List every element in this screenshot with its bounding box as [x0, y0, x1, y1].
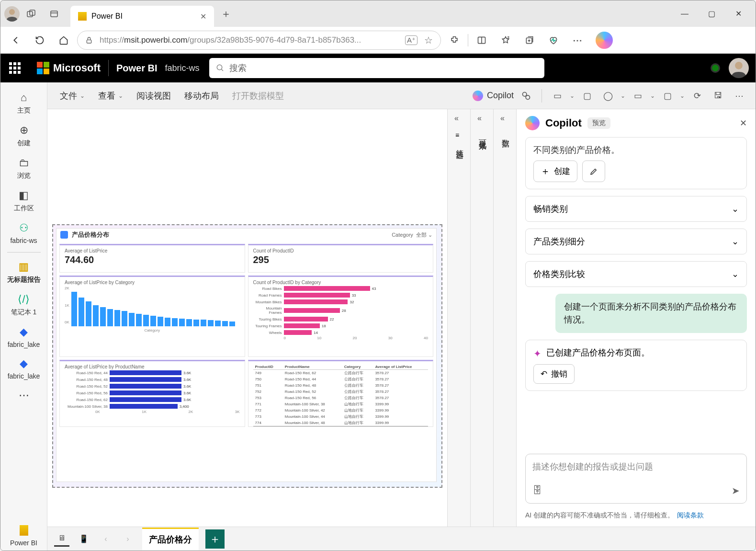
nav-more[interactable]: ⋯: [2, 385, 45, 406]
explore-icon[interactable]: [518, 87, 535, 104]
visualizations-label: 可视化效果: [477, 133, 487, 138]
data-label: 数据: [500, 133, 510, 135]
report-page-icon: [60, 231, 68, 239]
split-screen-icon[interactable]: [471, 30, 492, 51]
workspaces-icon[interactable]: [20, 4, 43, 23]
kpi-avg-listprice[interactable]: Average of ListPrice 744.60: [59, 244, 245, 273]
url-input[interactable]: https://msit.powerbi.com/groups/32a98b35…: [77, 31, 441, 50]
save-icon[interactable]: 🖫: [710, 87, 727, 104]
tb-mobile-layout[interactable]: 移动布局: [180, 87, 224, 104]
presence-indicator[interactable]: [711, 63, 720, 73]
tab-actions-icon[interactable]: [43, 4, 66, 23]
user-message: 创建一个页面来分析不同类别的产品价格分布情况。: [555, 294, 747, 333]
shapes-icon[interactable]: ▢: [578, 87, 596, 104]
tb-reading-view[interactable]: 阅读视图: [132, 87, 176, 104]
app-launcher-icon[interactable]: [7, 60, 23, 76]
nav-lake1[interactable]: ◆fabric_lake: [2, 321, 45, 352]
favorite-icon[interactable]: ☆: [424, 34, 433, 46]
page-tab-1[interactable]: 产品价格分: [142, 528, 199, 550]
home-button[interactable]: [53, 30, 74, 51]
favorites-icon[interactable]: [495, 30, 516, 51]
chart-avg-by-category[interactable]: Average of ListPrice by Category 2K1K0K …: [59, 276, 245, 357]
reader-mode-icon[interactable]: A⁺: [405, 35, 417, 45]
close-copilot-button[interactable]: ✕: [740, 118, 747, 128]
extensions-icon[interactable]: [444, 30, 465, 51]
window-controls: ― ▢ ✕: [671, 4, 752, 23]
nav-browse[interactable]: 🗀浏览: [2, 152, 45, 184]
close-tab-icon[interactable]: ✕: [200, 12, 206, 21]
user-avatar[interactable]: [729, 58, 749, 78]
image-icon[interactable]: ▢: [659, 87, 676, 104]
chart-avg-by-productname[interactable]: Average of ListPrice by ProductName Road…: [59, 360, 245, 427]
next-page-icon[interactable]: ›: [120, 531, 135, 547]
back-button[interactable]: [5, 30, 26, 51]
prev-page-icon[interactable]: ‹: [98, 531, 113, 547]
browser-tab[interactable]: Power BI ✕: [70, 6, 214, 27]
toolbar-more-icon[interactable]: ⋯: [731, 87, 748, 104]
tb-copilot[interactable]: Copilot: [473, 91, 514, 101]
copilot-icon: [473, 91, 483, 101]
maximize-button[interactable]: ▢: [698, 4, 725, 23]
collapse-icon[interactable]: «: [477, 114, 482, 123]
suggestion-row-1[interactable]: 畅销类别⌄: [525, 196, 747, 222]
send-icon[interactable]: ➤: [732, 485, 740, 496]
suggestion-row-2[interactable]: 产品类别细分⌄: [525, 229, 747, 254]
health-icon[interactable]: [543, 30, 564, 51]
nav-powerbi[interactable]: Power BI: [2, 520, 45, 551]
nav-lake2[interactable]: ◆fabric_lake: [2, 353, 45, 384]
notebook-icon: ⟨/⟩: [17, 293, 31, 306]
refresh-button[interactable]: [29, 30, 50, 51]
microsoft-logo: Microsoft: [37, 62, 101, 74]
selected-visual-container[interactable]: 产品价格分布 Category 全部 ⌄ Average of ListPric…: [52, 224, 442, 488]
mobile-view-icon[interactable]: 📱: [76, 531, 91, 547]
more-icon[interactable]: ⋯: [567, 30, 588, 51]
nav-create[interactable]: ⊕创建: [2, 120, 45, 151]
copilot-title: Copilot: [545, 117, 582, 129]
visual-icon[interactable]: ▭: [629, 87, 646, 104]
workspace-name[interactable]: fabric-ws: [165, 63, 200, 73]
profile-avatar-icon[interactable]: [4, 6, 20, 22]
collapse-icon[interactable]: «: [500, 114, 505, 123]
kpi-count-productid[interactable]: Count of ProductID 295: [248, 244, 434, 273]
collapse-icon[interactable]: «: [454, 114, 459, 123]
copilot-browser-icon[interactable]: [596, 32, 613, 49]
visualizations-panel-collapsed[interactable]: « 可视化效果: [470, 109, 493, 527]
nav-notebook[interactable]: ⟨/⟩笔记本 1: [2, 289, 45, 321]
data-icon[interactable]: 🗄: [532, 485, 542, 496]
create-button[interactable]: ＋创建: [533, 161, 577, 182]
minimize-button[interactable]: ―: [671, 4, 698, 23]
tb-file[interactable]: 文件 ⌄: [55, 87, 90, 104]
undo-button[interactable]: ↶撤销: [533, 364, 575, 384]
group-icon: ⚇: [17, 221, 31, 235]
product-name[interactable]: Power BI: [116, 63, 158, 74]
text-box-icon[interactable]: ▭: [549, 87, 566, 104]
nav-untitled-report[interactable]: ▥无标题报告: [2, 256, 45, 288]
tb-view[interactable]: 查看 ⌄: [93, 87, 128, 104]
more-icon: ⋯: [17, 389, 31, 402]
report-canvas[interactable]: 产品价格分布 Category 全部 ⌄ Average of ListPric…: [47, 109, 447, 527]
close-window-button[interactable]: ✕: [725, 4, 752, 23]
buttons-icon[interactable]: ◯: [599, 87, 617, 104]
tb-open-data-model: 打开数据模型: [227, 87, 289, 104]
nav-home[interactable]: ⌂主页: [2, 87, 45, 119]
search-input[interactable]: 搜索: [209, 58, 544, 78]
filters-panel-collapsed[interactable]: « ≡ 筛选器: [447, 109, 470, 527]
new-tab-button[interactable]: ＋: [221, 7, 231, 21]
desktop-view-icon[interactable]: 🖥: [54, 531, 69, 547]
edit-button[interactable]: [582, 161, 605, 182]
terms-link[interactable]: 阅读条款: [677, 511, 704, 519]
copilot-input[interactable]: 描述你想创建的报告或提出问题 🗄 ➤: [525, 454, 747, 504]
nav-workspaces[interactable]: ◧工作区: [2, 185, 45, 217]
add-page-button[interactable]: ＋: [205, 529, 225, 549]
refresh-icon[interactable]: ⟳: [688, 87, 706, 104]
svg-point-14: [523, 92, 527, 96]
suggestion-row-3[interactable]: 价格类别比较⌄: [525, 261, 747, 287]
detail-table[interactable]: ProductIDProductNameCategoryAverage of L…: [248, 360, 434, 427]
svg-point-12: [217, 65, 222, 70]
nav-fabric-ws[interactable]: ⚇fabric-ws: [2, 218, 45, 248]
data-panel-collapsed[interactable]: « 数据: [493, 109, 516, 527]
collections-icon[interactable]: [519, 30, 540, 51]
chart-count-by-category[interactable]: Count of ProductID by Category Road Bike…: [248, 276, 434, 357]
app-header: Microsoft Power BI fabric-ws 搜索: [0, 54, 756, 82]
report-icon: ▥: [17, 260, 31, 274]
